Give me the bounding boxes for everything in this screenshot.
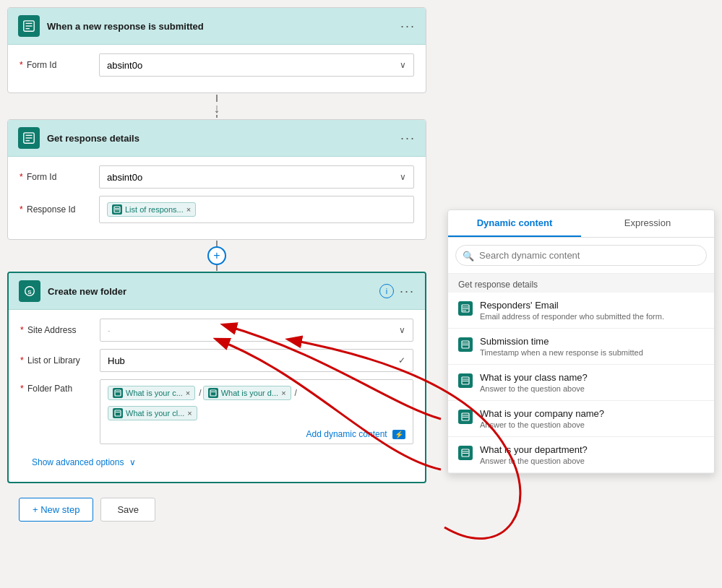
bottom-buttons: + New step Save (7, 498, 426, 522)
folder-token1: What is your c... × (108, 386, 195, 400)
step3-icon: S (19, 280, 40, 302)
step3-header: S Create new folder i ··· (9, 273, 425, 310)
step3-title: Create new folder (48, 286, 379, 297)
panel-item-icon-0 (458, 301, 473, 316)
folder-token3: What is your cl... × (108, 406, 197, 420)
connector1: ↓ (7, 93, 426, 119)
step2-icon (18, 127, 40, 149)
step2-header: Get response details ··· (8, 120, 426, 157)
dynamic-content-panel: Dynamic content Expression 🔍 Get respons… (447, 209, 715, 474)
sharepoint-icon: S (23, 285, 36, 298)
forms-icon (22, 20, 35, 33)
panel-tabs: Dynamic content Expression (448, 210, 714, 238)
search-wrapper: 🔍 (455, 245, 707, 266)
add-dynamic-button[interactable]: Add dynamic content ⚡ (306, 429, 405, 439)
step3-siteaddr-row: * Site Address - ∨ (20, 319, 413, 342)
panel-item-0[interactable]: Responders' Email Email address of respo… (448, 293, 714, 329)
panel-item-1[interactable]: Submission time Timestamp when a new res… (448, 329, 714, 365)
step1-body: * Form Id absint0o ∨ (8, 45, 426, 92)
item2-title: What is your class name? (480, 372, 588, 383)
add-connector-button[interactable]: + (207, 246, 226, 265)
item4-desc: Answer to the question above (480, 457, 588, 465)
token2-remove[interactable]: × (281, 389, 285, 397)
step2-dropdown-arrow: ∨ (400, 172, 406, 182)
step2-body: * Form Id absint0o ∨ * Response Id (8, 157, 426, 239)
item0-desc: Email address of responder who submitted… (480, 312, 664, 321)
svg-rect-17 (115, 410, 121, 416)
main-canvas: When a new response is submitted ··· * F… (0, 0, 722, 588)
response-id-token: List of respons... × (107, 202, 196, 217)
step3-folder-input[interactable]: What is your c... × / What is your d... … (100, 379, 413, 444)
panel-item-icon-2 (458, 373, 473, 388)
step3-list-row: * List or Library Hub ✓ (20, 349, 413, 372)
step2-responseid-row: * Response Id List of respons... × (20, 196, 414, 223)
step2-card: Get response details ··· * Form Id absin… (7, 119, 426, 240)
svg-text:S: S (27, 289, 32, 295)
item1-title: Submission time (480, 336, 643, 347)
panel-item-icon-4 (458, 446, 473, 460)
tab-dynamic-content[interactable]: Dynamic content (448, 210, 581, 237)
panel-item-icon-1 (458, 337, 473, 352)
search-icon: 🔍 (463, 250, 474, 261)
step3-site-dropdown: ∨ (399, 325, 405, 335)
step1-card: When a new response is submitted ··· * F… (7, 7, 426, 93)
step3-card: S Create new folder i ··· * Site Address… (7, 272, 426, 483)
forms-icon-2 (22, 131, 35, 144)
panel-item-icon-3 (458, 410, 473, 424)
save-button[interactable]: Save (100, 498, 155, 522)
folder-tokens-row2: What is your cl... × (108, 405, 405, 422)
step2-menu[interactable]: ··· (400, 131, 416, 146)
svg-rect-15 (210, 390, 216, 396)
step3-body: * Site Address - ∨ * List or Library (9, 310, 425, 482)
show-advanced-toggle[interactable]: Show advanced options ∨ (20, 451, 413, 473)
token-remove[interactable]: × (186, 205, 191, 214)
step3-folder-row: * Folder Path What is your c... × (20, 379, 413, 444)
tab-expression[interactable]: Expression (581, 210, 714, 237)
step3-list-input[interactable]: Hub ✓ (100, 349, 413, 372)
item2-desc: Answer to the question above (480, 384, 588, 393)
step1-icon (18, 15, 40, 37)
step1-menu[interactable]: ··· (400, 19, 416, 34)
step3-menu[interactable]: ··· (400, 284, 415, 299)
panel-search-area: 🔍 (448, 238, 714, 274)
item0-title: Responders' Email (480, 300, 664, 311)
item1-desc: Timestamp when a new response is submitt… (480, 348, 643, 357)
lightning-icon: ⚡ (392, 430, 405, 439)
panel-item-3[interactable]: What is your company name? Answer to the… (448, 401, 714, 437)
step1-formid-label: * Form Id (20, 60, 99, 70)
step1-formid-row: * Form Id absint0o ∨ (20, 53, 414, 77)
step3-siteaddr-label: * Site Address (20, 325, 100, 335)
step2-formid-row: * Form Id absint0o ∨ (20, 165, 414, 189)
step1-formid-input[interactable]: absint0o ∨ (99, 53, 414, 77)
item3-title: What is your company name? (480, 408, 604, 419)
step3-folder-label: * Folder Path (20, 379, 100, 394)
folder-token2: What is your d... × (203, 386, 291, 400)
panel-item-2[interactable]: What is your class name? Answer to the q… (448, 365, 714, 401)
step3-list-dropdown: ✓ (398, 355, 405, 366)
info-button[interactable]: i (379, 284, 394, 298)
connector2: + (7, 240, 426, 272)
step1-header: When a new response is submitted ··· (8, 8, 426, 45)
step2-title: Get response details (47, 133, 400, 144)
token1-remove[interactable]: × (186, 389, 190, 397)
new-step-button[interactable]: + New step (19, 498, 93, 522)
step3-siteaddr-input[interactable]: - ∨ (100, 319, 413, 342)
search-input[interactable] (455, 245, 707, 266)
token3-remove[interactable]: × (187, 409, 192, 418)
item4-title: What is your department? (480, 444, 588, 455)
folder-tokens-row1: What is your c... × / What is your d... … (108, 384, 405, 402)
svg-rect-13 (115, 390, 121, 396)
token-icon (112, 204, 122, 215)
step2-responseid-input[interactable]: List of respons... × (99, 196, 414, 223)
step2-responseid-label: * Response Id (20, 204, 99, 215)
item3-desc: Answer to the question above (480, 420, 604, 429)
step3-list-label: * List or Library (20, 355, 100, 366)
step2-formid-label: * Form Id (20, 172, 99, 182)
step1-dropdown-arrow: ∨ (400, 60, 406, 70)
step1-title: When a new response is submitted (47, 21, 400, 32)
flow-area: When a new response is submitted ··· * F… (7, 7, 426, 522)
panel-item-4[interactable]: What is your department? Answer to the q… (448, 437, 714, 473)
chevron-down-icon: ∨ (129, 457, 136, 467)
step2-formid-input[interactable]: absint0o ∨ (99, 165, 414, 189)
panel-section-label: Get response details (448, 274, 714, 293)
